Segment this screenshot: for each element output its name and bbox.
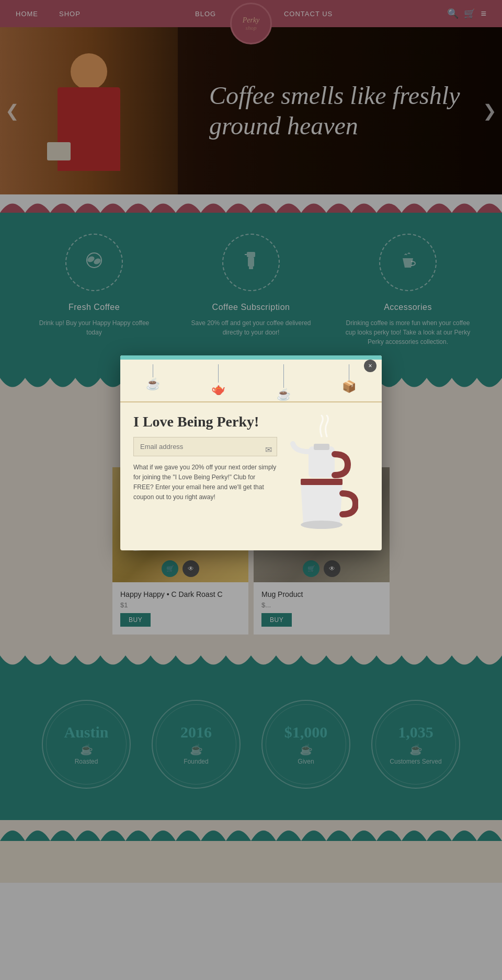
hero-image [0,27,178,194]
popup-hanging-items: ☕ 🫖 ☕ 📦 [120,360,382,401]
bottom-scallop [0,820,502,841]
scallop-divider-top [0,194,502,213]
string-1 [153,364,153,377]
popup-decorations: ☕ 🫖 ☕ 📦 [120,355,382,402]
product-1-actions: 🛒 👁 [162,560,199,577]
popup-kettle-area [285,413,369,537]
string-3 [283,364,284,388]
product-1-cart-button[interactable]: 🛒 [162,560,178,577]
string-4 [349,364,349,380]
category-fresh-coffee[interactable]: Fresh Coffee Drink up! Buy your Happy Ha… [31,234,157,337]
cart-icon[interactable]: 🛒 [464,8,475,19]
hero-content: Coffee smells like freshly ground heaven [0,27,502,194]
stat-founded: 2016 ☕ Founded [152,700,241,789]
nav-shop[interactable]: SHOP [59,10,81,18]
ornament-teabag: 🫖 [211,383,225,396]
svg-rect-7 [309,446,335,478]
product-2-info: Mug Product $... BUY [254,582,390,635]
accessories-icon-circle [379,234,437,291]
nav-left-links: HOME SHOP [16,9,81,18]
svg-rect-11 [306,480,337,482]
search-icon[interactable]: 🔍 [447,8,459,19]
logo-text: Perky shop [243,16,260,30]
product-1-name: Happy Happy • C Dark Roast C [120,590,241,598]
hero-text-area: Coffee smells like freshly ground heaven [178,60,502,162]
product-2-view-button[interactable]: 👁 [324,560,340,577]
hero-woman-figure [37,48,141,194]
cup-icon [395,248,420,278]
product-1-view-button[interactable]: 👁 [182,560,199,577]
popup-overlay: × ☕ 🫖 ☕ 📦 [0,355,502,550]
coffee-mug [47,142,71,160]
scallop-divider-stats-top [0,655,502,674]
subscription-title: Coffee Subscription [212,303,290,312]
ornament-coffee-packet: 📦 [342,380,356,394]
popup-modal: × ☕ 🫖 ☕ 📦 [120,355,382,550]
menu-icon[interactable]: ≡ [481,8,486,19]
stat-founded-label: Founded [184,758,208,765]
svg-rect-4 [248,257,254,267]
hero-section: ❮ Coffee smells like freshly ground heav… [0,27,502,194]
hanging-item-3: ☕ [277,364,291,401]
popup-text-area: I Love Being Perky! ✉ What if we gave yo… [133,413,277,537]
hero-next-button[interactable]: ❯ [483,101,497,121]
stat-founded-icon: ☕ [190,743,203,756]
popup-body-text: What if we gave you 20% off your next or… [133,463,277,503]
stat-given-icon: ☕ [300,743,313,756]
categories-section: Fresh Coffee Drink up! Buy your Happy Ha… [0,213,502,378]
stat-given-value: $1,000 [284,723,328,741]
ornament-mug-1: ☕ [146,377,160,391]
stat-customers-label: Customers Served [390,758,441,765]
steam-svg [311,413,343,439]
popup-top-bar [120,355,382,360]
fresh-coffee-icon-circle [65,234,123,291]
coffee-beans-icon [82,248,107,278]
logo[interactable]: Perky shop [230,3,272,44]
woman-head [71,53,107,90]
ornament-coffee-cup: ☕ [277,388,291,401]
nav-contact[interactable]: CONTACT US [284,10,333,18]
product-2-actions: 🛒 👁 [303,560,340,577]
nav-blog[interactable]: BLOG [195,10,216,18]
stats-section: Austin ☕ Roasted 2016 ☕ Founded $1,000 ☕… [0,674,502,820]
popup-email-input[interactable] [133,437,277,456]
email-icon: ✉ [265,445,272,455]
nav-icon-area: 🔍 🛒 ≡ [447,8,486,19]
woman-body [58,87,120,171]
stat-austin-icon: ☕ [80,743,93,756]
category-subscription[interactable]: Coffee Subscription Save 20% off and get… [188,234,314,337]
fresh-coffee-desc: Drink up! Buy your Happy Happy coffee to… [31,318,157,337]
category-accessories[interactable]: Accessories Drinking coffee is more fun … [345,234,471,347]
product-1-info: Happy Happy • C Dark Roast C $1 BUY [112,582,248,635]
categories-grid: Fresh Coffee Drink up! Buy your Happy Ha… [10,234,492,347]
moka-pot-svg [285,436,358,535]
bottom-section [0,841,502,883]
product-2-cart-button[interactable]: 🛒 [303,560,320,577]
product-1-price: $1 [120,601,241,609]
hero-prev-button[interactable]: ❮ [5,101,19,121]
string-2 [218,364,219,383]
fresh-coffee-title: Fresh Coffee [69,303,120,312]
grinder-icon [238,248,264,278]
product-2-buy-button[interactable]: BUY [261,613,292,627]
hanging-item-2: 🫖 [211,364,225,401]
product-2-price: $... [261,601,382,609]
stat-customers: 1,035 ☕ Customers Served [371,700,460,789]
nav-home[interactable]: HOME [16,10,38,18]
hanging-item-1: ☕ [146,364,160,401]
hanging-item-4: 📦 [342,364,356,401]
stat-given: $1,000 ☕ Given [261,700,350,789]
popup-content: I Love Being Perky! ✉ What if we gave yo… [120,402,382,550]
svg-rect-5 [249,267,253,269]
stat-given-label: Given [298,758,314,765]
subscription-icon-circle [222,234,280,291]
svg-rect-8 [314,444,329,450]
stat-austin-value: Austin [64,723,108,741]
stat-customers-value: 1,035 [398,723,433,741]
stat-customers-icon: ☕ [409,743,423,756]
product-1-buy-button[interactable]: BUY [120,613,151,627]
navigation: HOME SHOP Perky shop BLOG ABOUT CONTACT … [0,0,502,27]
popup-close-button[interactable]: × [364,360,376,372]
accessories-title: Accessories [384,303,432,312]
svg-point-10 [301,521,343,529]
